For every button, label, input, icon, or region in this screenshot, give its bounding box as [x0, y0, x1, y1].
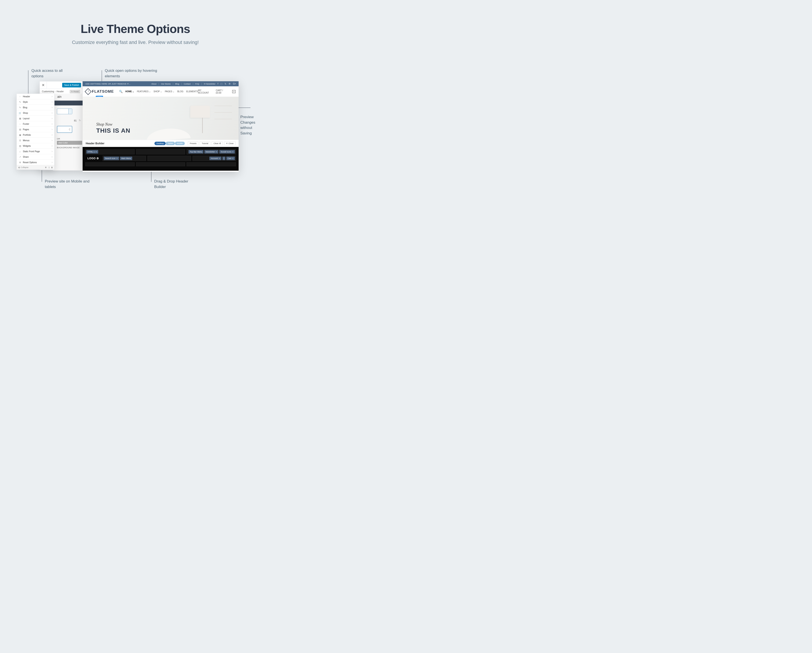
- desktop-preview-icon[interactable]: 🖥: [45, 166, 47, 168]
- collapse-button[interactable]: ◐ Collapse: [18, 166, 29, 168]
- search-icon[interactable]: 🔍: [119, 90, 123, 93]
- topbar-link-contact[interactable]: Contact: [184, 83, 191, 85]
- sidebar-item-layout[interactable]: ▦Layout›: [17, 116, 54, 121]
- builder-slot[interactable]: [85, 162, 135, 166]
- sidebar-item-style[interactable]: ✎Style›: [17, 99, 54, 105]
- device-mobile[interactable]: Mobile: [175, 142, 185, 145]
- sidebar-item-blog[interactable]: ✎Blog›: [17, 105, 54, 110]
- options-sidebar: ↑Header› ✎Style› ✎Blog› 🛒Shop› ▦Layout› …: [17, 93, 55, 170]
- nav-pages[interactable]: PAGES ⌄: [165, 90, 174, 93]
- pillow-graphic: [146, 127, 191, 140]
- newsletter-link[interactable]: ✉ Newsletter: [204, 83, 215, 85]
- twitter-icon[interactable]: 𝕏: [224, 82, 226, 85]
- logo-icon: [85, 88, 92, 95]
- chip-html1[interactable]: HTML 1⚙: [86, 150, 98, 154]
- live-preview: ADD ANYTHING HERE OR JUST REMOVE IT... A…: [82, 81, 239, 172]
- sidebar-item-footer[interactable]: ↓Footer›: [17, 121, 54, 127]
- topbar-link-about[interactable]: About: [151, 83, 156, 85]
- label-bg-image: BACKGROUND IMAGE: [57, 146, 82, 149]
- sidebar-item-menus[interactable]: ☰Menus›: [17, 138, 54, 143]
- top-bar: ADD ANYTHING HERE OR JUST REMOVE IT... A…: [82, 81, 239, 86]
- cart-link[interactable]: CART / £0.00: [216, 89, 229, 94]
- nav-features[interactable]: FEATURES ⌄: [137, 90, 151, 93]
- device-desktop[interactable]: Desktop: [154, 142, 166, 145]
- chevron-down-icon: ⌄: [132, 90, 134, 93]
- topbar-link-blog[interactable]: Blog: [176, 83, 179, 85]
- sidebar-item-share[interactable]: ↗Share›: [17, 154, 54, 160]
- builder-slot[interactable]: Top Bar Menu Newsletter⚙ Social Icons⚙: [186, 149, 236, 154]
- chip-topbar-menu[interactable]: Top Bar Menu: [189, 150, 203, 154]
- sidebar-item-shop[interactable]: 🛒Shop›: [17, 110, 54, 116]
- chip-newsletter[interactable]: Newsletter⚙: [204, 150, 218, 154]
- sidebar-item-portfolio[interactable]: ▣Portfolio›: [17, 132, 54, 138]
- builder-logo-slot[interactable]: LOGO⚙: [85, 156, 101, 161]
- page-subtitle: Customize everything fast and live. Prev…: [0, 40, 271, 45]
- callout-preview-mobile: Preview site on Mobile and tablets: [45, 179, 95, 189]
- sidebar-item-widgets[interactable]: ▥Widgets›: [17, 143, 54, 149]
- refresh-icon[interactable]: ↻: [79, 119, 81, 122]
- instagram-icon[interactable]: ⬚: [220, 82, 222, 85]
- builder-slot[interactable]: [186, 162, 236, 166]
- chip-search[interactable]: Search Icon⚙: [104, 157, 119, 160]
- lamp-graphic: [190, 106, 214, 136]
- builder-slot[interactable]: Account⚙ | Cart⚙: [192, 156, 236, 161]
- layout-select[interactable]: [57, 108, 72, 114]
- color-select[interactable]: elect Color: [57, 141, 82, 145]
- sidebar-item-pages[interactable]: ▤Pages›: [17, 127, 54, 132]
- gear-icon[interactable]: ⚙: [95, 151, 97, 153]
- page-title: Live Theme Options: [0, 22, 271, 35]
- google-plus-icon[interactable]: G+: [233, 82, 236, 85]
- header-builder-grid: HTML 1⚙ Top Bar Menu Newsletter⚙ Social …: [82, 147, 239, 171]
- nav-blog[interactable]: BLOG: [177, 90, 183, 93]
- chip-social[interactable]: Social Icons⚙: [219, 150, 235, 154]
- nav-shop[interactable]: SHOP ⌄: [154, 90, 162, 93]
- pencil-icon: ✎: [18, 106, 21, 109]
- facebook-icon[interactable]: f: [218, 82, 218, 85]
- presets-button[interactable]: Presets: [188, 142, 198, 145]
- logo[interactable]: FLATSOME LOGO: [86, 89, 114, 94]
- tutorial-button[interactable]: Tutorial: [200, 142, 210, 145]
- close-builder-button[interactable]: ✕ Close: [224, 142, 235, 145]
- callout-quick-open: Quick open options by hovering elements: [105, 68, 166, 79]
- device-tablet[interactable]: Tablet: [166, 142, 175, 145]
- cart-icon: 🛒: [18, 112, 21, 114]
- sidebar-item-reset[interactable]: ⚙Reset Options›: [17, 160, 54, 165]
- builder-slot[interactable]: [147, 156, 191, 161]
- reset-button[interactable]: ↻ Reset: [70, 90, 80, 93]
- chip-main-menu[interactable]: Main Menu: [120, 157, 133, 160]
- save-publish-button[interactable]: Save & Publish: [62, 83, 81, 87]
- chip-cart[interactable]: Cart⚙: [226, 157, 235, 160]
- section-title: ain: [53, 93, 82, 100]
- nav-elements[interactable]: ELEMENTS: [186, 90, 198, 93]
- dropdown[interactable]: C: [57, 126, 72, 133]
- account-link[interactable]: MY ACCOUNT: [198, 89, 212, 94]
- topbar-text: ADD ANYTHING HERE OR JUST REMOVE IT...: [85, 83, 130, 85]
- tablet-preview-icon[interactable]: ▯: [49, 166, 50, 168]
- cart-count[interactable]: 0: [232, 90, 235, 93]
- chip-account[interactable]: Account⚙: [209, 157, 221, 160]
- builder-slot[interactable]: Search Icon⚙ Main Menu: [102, 156, 146, 161]
- header-builder-toolbar: Header Builder Desktop Tablet Mobile Pre…: [82, 140, 239, 147]
- home-icon: ⌂: [18, 150, 21, 153]
- callout-drag-drop: Drag & Drop Header Builder: [154, 179, 198, 189]
- clear-all-button[interactable]: Clear All: [212, 142, 223, 145]
- builder-slot[interactable]: [136, 149, 185, 154]
- nav-home[interactable]: HOME ⌄: [125, 90, 134, 93]
- topbar-link-faq[interactable]: FAQ: [195, 83, 199, 85]
- mobile-preview-icon[interactable]: ▮: [51, 166, 52, 168]
- gear-icon[interactable]: ⚙: [96, 157, 99, 160]
- label-or: OR: [57, 138, 82, 140]
- widgets-icon: ▥: [18, 145, 21, 147]
- chip-divider[interactable]: |: [222, 157, 225, 160]
- builder-slot[interactable]: [136, 162, 185, 166]
- hero-subtitle: Shop Now: [96, 122, 130, 127]
- sidebar-item-static-front[interactable]: ⌂Static Front Page›: [17, 149, 54, 154]
- header-builder-title: Header Builder: [86, 142, 104, 145]
- pinterest-icon[interactable]: ℗: [229, 82, 230, 85]
- arrow-up-icon: ↑: [18, 95, 21, 98]
- slider-control[interactable]: 81 ↻: [53, 119, 82, 122]
- builder-slot[interactable]: HTML 1⚙: [85, 149, 135, 154]
- topbar-link-stores[interactable]: Our Stores: [161, 83, 171, 85]
- sidebar-item-header[interactable]: ↑Header›: [17, 94, 54, 99]
- close-button[interactable]: ✕: [40, 81, 47, 89]
